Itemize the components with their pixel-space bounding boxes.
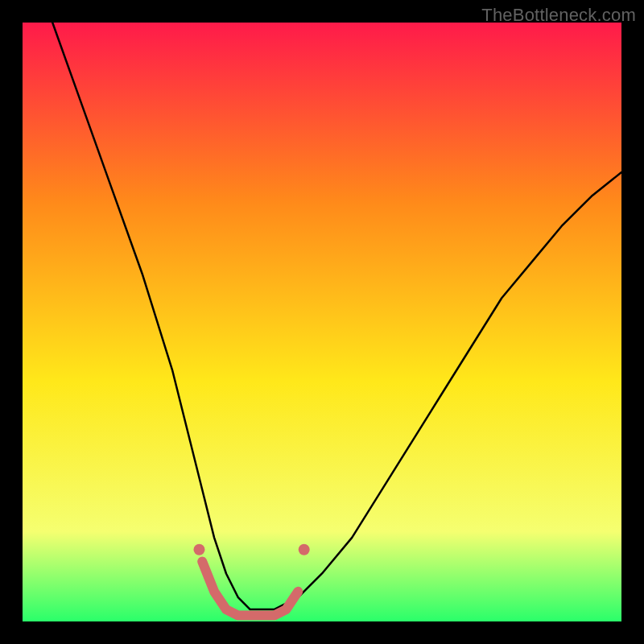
series-highlight-dot-right bbox=[299, 544, 310, 555]
watermark-label: TheBottleneck.com bbox=[481, 5, 636, 26]
bottleneck-chart bbox=[0, 0, 644, 644]
plot-background bbox=[23, 23, 621, 621]
series-highlight-dot-left bbox=[193, 544, 204, 555]
outer-frame: TheBottleneck.com bbox=[0, 0, 644, 644]
